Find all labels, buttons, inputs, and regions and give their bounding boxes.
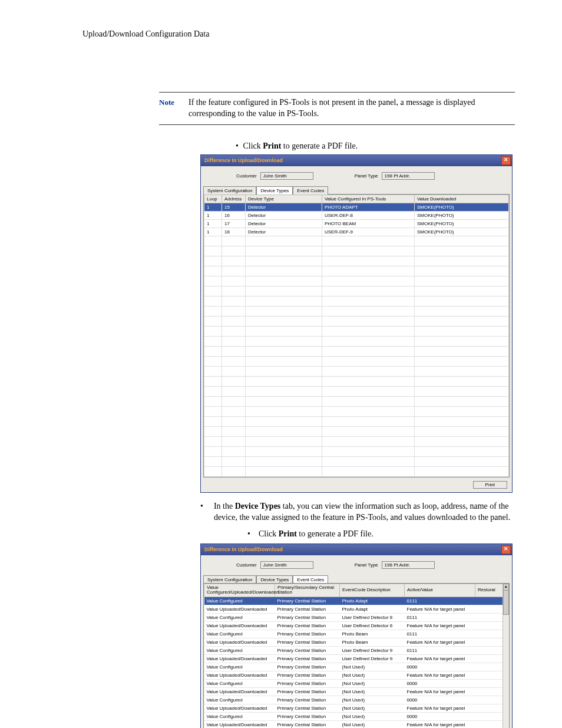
table-row[interactable]: Value ConfiguredPrimary Central Station(… — [204, 680, 509, 688]
table-cell: Feature N/A for target panel — [405, 688, 475, 696]
column-header: Primary/Secondary Central Station — [275, 584, 340, 597]
table-row[interactable]: 115DetectorPHOTO ADAPTSMOKE(PHOTO) — [204, 203, 509, 211]
table-cell — [222, 396, 246, 406]
table-cell — [415, 466, 509, 476]
note-block: Note If the feature configured in PS-Too… — [159, 92, 515, 125]
table-cell — [322, 256, 415, 266]
table-cell — [322, 296, 415, 306]
table-cell — [415, 436, 509, 446]
table-cell: (Not Used) — [340, 713, 405, 721]
table-cell — [246, 366, 322, 376]
table-cell — [415, 386, 509, 396]
table-cell — [204, 246, 222, 256]
table-cell: Primary Central Station — [275, 671, 340, 680]
table-cell — [415, 336, 509, 346]
table-cell — [246, 266, 322, 276]
tab-device-types[interactable]: Device Types — [256, 186, 293, 195]
tabs: System Configuration Device Types Event … — [201, 186, 512, 194]
table-row — [204, 436, 509, 446]
table-cell — [246, 356, 322, 366]
table-cell — [222, 366, 246, 376]
table-row[interactable]: Value Uploaded/DownloadedPrimary Central… — [204, 704, 509, 713]
table-row[interactable]: 117DetectorPHOTO BEAMSMOKE(PHOTO) — [204, 219, 509, 228]
tab-event-codes[interactable]: Event Codes — [293, 186, 328, 195]
table-cell — [246, 426, 322, 436]
table-cell — [204, 236, 222, 246]
instr1-pre: Click — [243, 141, 263, 150]
table-cell — [322, 266, 415, 276]
table-row — [204, 456, 509, 466]
table-cell: Photo Adapt — [340, 605, 405, 614]
close-icon[interactable]: ✕ — [501, 545, 511, 554]
table-cell — [204, 286, 222, 296]
table-cell: 17 — [222, 219, 246, 228]
table-cell: USER-DEF-8 — [322, 211, 415, 219]
table-cell — [222, 246, 246, 256]
tab-system-configuration[interactable]: System Configuration — [203, 575, 256, 584]
table-cell — [222, 336, 246, 346]
table-cell — [222, 296, 246, 306]
table-cell: User Defined Detector 9 — [340, 647, 405, 655]
table-row — [204, 346, 509, 356]
instr2-bold: Print — [279, 529, 297, 538]
tab-system-configuration[interactable]: System Configuration — [203, 186, 256, 195]
table-cell — [322, 326, 415, 336]
table-row[interactable]: Value ConfiguredPrimary Central StationP… — [204, 630, 509, 638]
table-row[interactable]: Value ConfiguredPrimary Central StationU… — [204, 647, 509, 655]
tab-device-types[interactable]: Device Types — [256, 575, 293, 584]
table-cell: 1 — [204, 211, 222, 219]
table-row[interactable]: Value Uploaded/DownloadedPrimary Central… — [204, 622, 509, 630]
tab-event-codes[interactable]: Event Codes — [293, 575, 328, 584]
table-row[interactable]: Value ConfiguredPrimary Central StationU… — [204, 614, 509, 622]
table-cell: Primary Central Station — [275, 680, 340, 688]
table-row[interactable]: Value ConfiguredPrimary Central StationP… — [204, 597, 509, 605]
table-row — [204, 326, 509, 336]
table-cell — [246, 256, 322, 266]
table-row — [204, 386, 509, 396]
table-cell — [415, 366, 509, 376]
table-cell: Photo Beam — [340, 630, 405, 638]
print-button[interactable]: Print — [473, 481, 507, 489]
table-cell: 0000 — [405, 713, 475, 721]
scroll-thumb[interactable] — [503, 590, 509, 615]
vertical-scrollbar[interactable]: ▴ ▾ — [503, 584, 509, 728]
paneltype-label: Panel Type — [355, 562, 378, 568]
table-cell — [222, 446, 246, 456]
table-row[interactable]: 116DetectorUSER-DEF-8SMOKE(PHOTO) — [204, 211, 509, 219]
table-row[interactable]: Value ConfiguredPrimary Central Station(… — [204, 663, 509, 671]
table-row[interactable]: Value Uploaded/DownloadedPrimary Central… — [204, 688, 509, 696]
table-row[interactable]: Value Uploaded/DownloadedPrimary Central… — [204, 671, 509, 680]
table-cell — [204, 456, 222, 466]
column-header: Value Downloaded — [415, 195, 509, 203]
table-cell — [246, 376, 322, 386]
close-icon[interactable]: ✕ — [501, 156, 511, 165]
table-cell: Value Configured — [204, 630, 275, 638]
table-cell: Feature N/A for target panel — [405, 704, 475, 713]
table-row[interactable]: 118DetectorUSER-DEF-9SMOKE(PHOTO) — [204, 228, 509, 236]
note-text: If the feature configured in PS-Tools is… — [189, 97, 515, 120]
dialog-title: Difference In Upload/Download — [204, 157, 283, 163]
table-cell: Value Configured — [204, 647, 275, 655]
table-cell — [204, 316, 222, 326]
column-header: Active/Value — [405, 584, 475, 597]
table-row[interactable]: Value ConfiguredPrimary Central Station(… — [204, 713, 509, 721]
table-cell: Primary Central Station — [275, 688, 340, 696]
table-cell — [322, 336, 415, 346]
table-row[interactable]: Value Uploaded/DownloadedPrimary Central… — [204, 655, 509, 663]
table-row[interactable]: Value Uploaded/DownloadedPrimary Central… — [204, 638, 509, 647]
table-row[interactable]: Value Uploaded/DownloadedPrimary Central… — [204, 721, 509, 728]
table-cell — [246, 436, 322, 446]
table-cell — [204, 376, 222, 386]
table-cell — [415, 396, 509, 406]
table-cell — [322, 306, 415, 316]
customer-label: Customer — [236, 173, 257, 179]
table-row[interactable]: Value ConfiguredPrimary Central Station(… — [204, 696, 509, 704]
table-cell: Primary Central Station — [275, 704, 340, 713]
table-row[interactable]: Value Uploaded/DownloadedPrimary Central… — [204, 605, 509, 614]
table-cell — [246, 406, 322, 416]
table-cell — [222, 236, 246, 246]
table-cell — [322, 356, 415, 366]
table-row — [204, 256, 509, 266]
table-cell — [322, 426, 415, 436]
table-cell: User Defined Detector 8 — [340, 622, 405, 630]
